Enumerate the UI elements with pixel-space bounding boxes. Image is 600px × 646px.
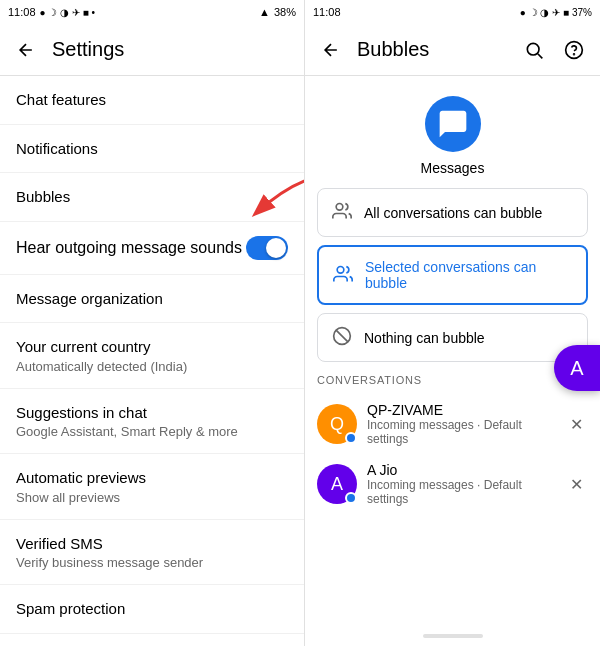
country-label: Your current country (16, 337, 288, 357)
country-subtitle: Automatically detected (India) (16, 359, 288, 374)
conv-info-ajio: A Jio Incoming messages · Default settin… (367, 462, 564, 506)
conversation-item-qp[interactable]: Q QP-ZIVAME Incoming messages · Default … (317, 394, 588, 454)
conv-avatar-ajio: A (317, 464, 357, 504)
conv-close-ajio[interactable]: ✕ (564, 472, 588, 496)
wifi-icon-left: ▲ (259, 6, 270, 18)
right-title: Bubbles (357, 38, 429, 61)
nothing-can-bubble-label: Nothing can bubble (364, 330, 485, 346)
hear-sounds-label: Hear outgoing message sounds (16, 239, 242, 257)
conv-avatar-letter-qp: Q (330, 414, 344, 435)
left-status-bar: 11:08 ● ☽ ◑ ✈ ■ • ▲ 38% (0, 0, 304, 24)
settings-item-bubbles[interactable]: Bubbles (0, 173, 304, 222)
auto-previews-subtitle: Show all previews (16, 490, 288, 505)
time-left: 11:08 (8, 6, 36, 18)
svg-line-8 (336, 330, 348, 342)
right-spacer (305, 514, 600, 634)
conversations-section: CONVERSATIONS Q QP-ZIVAME Incoming messa… (305, 362, 600, 514)
left-header: Settings (0, 24, 304, 76)
status-icons-left: ● ☽ ◑ ✈ ■ • (40, 7, 95, 18)
conv-name-ajio: A Jio (367, 462, 564, 478)
settings-item-country[interactable]: Your current country Automatically detec… (0, 323, 304, 389)
svg-point-6 (337, 266, 344, 273)
app-name-label: Messages (421, 160, 485, 176)
right-status-bar: 11:08 ● ☽ ◑ ✈ ■ 37% (305, 0, 600, 24)
all-conversations-icon (332, 201, 352, 224)
suggestions-subtitle: Google Assistant, Smart Reply & more (16, 424, 288, 439)
battery-left: 38% (274, 6, 296, 18)
conversation-item-ajio[interactable]: A A Jio Incoming messages · Default sett… (317, 454, 588, 514)
left-title: Settings (52, 38, 124, 61)
bubble-option-all[interactable]: All conversations can bubble (317, 188, 588, 237)
conv-desc-qp: Incoming messages · Default settings (367, 418, 564, 446)
svg-point-1 (527, 43, 539, 55)
verified-sms-subtitle: Verify business message sender (16, 555, 288, 570)
conv-close-qp[interactable]: ✕ (564, 412, 588, 436)
scroll-hint (423, 634, 483, 638)
right-battery: 37% (572, 7, 592, 18)
settings-item-advanced[interactable]: Advanced (0, 634, 304, 647)
svg-point-5 (336, 204, 343, 211)
bubble-option-selected[interactable]: Selected conversations can bubble (317, 245, 588, 305)
bubbles-label: Bubbles (16, 187, 288, 207)
left-panel: 11:08 ● ☽ ◑ ✈ ■ • ▲ 38% Settings Chat fe… (0, 0, 305, 646)
verified-sms-label: Verified SMS (16, 534, 288, 554)
settings-list: Chat features Notifications Bubbles Hear… (0, 76, 304, 646)
settings-item-notifications[interactable]: Notifications (0, 125, 304, 174)
settings-item-message-org[interactable]: Message organization (0, 275, 304, 324)
svg-line-2 (538, 53, 543, 58)
right-time: 11:08 (313, 6, 341, 18)
suggestions-label: Suggestions in chat (16, 403, 288, 423)
settings-item-spam[interactable]: Spam protection (0, 585, 304, 634)
bubble-option-nothing[interactable]: Nothing can bubble (317, 313, 588, 362)
conv-name-qp: QP-ZIVAME (367, 402, 564, 418)
settings-item-chat-features[interactable]: Chat features (0, 76, 304, 125)
right-header-icons (516, 32, 592, 68)
auto-previews-label: Automatic previews (16, 468, 288, 488)
notifications-label: Notifications (16, 139, 288, 159)
right-back-button[interactable] (313, 32, 349, 68)
conv-status-dot-qp (345, 432, 357, 444)
all-conversations-label: All conversations can bubble (364, 205, 542, 221)
conv-info-qp: QP-ZIVAME Incoming messages · Default se… (367, 402, 564, 446)
selected-conversations-icon (333, 264, 353, 287)
conversations-section-label: CONVERSATIONS (317, 374, 588, 386)
conv-avatar-letter-ajio: A (331, 474, 343, 495)
right-status-icons: ● ☽ ◑ ✈ ■ 37% (520, 7, 592, 18)
search-button[interactable] (516, 32, 552, 68)
settings-item-verified-sms[interactable]: Verified SMS Verify business message sen… (0, 520, 304, 586)
conv-avatar-qp: Q (317, 404, 357, 444)
app-icon-section: Messages (305, 76, 600, 188)
message-org-label: Message organization (16, 289, 288, 309)
floating-bubble-avatar[interactable]: A (554, 345, 600, 391)
conv-status-dot-ajio (345, 492, 357, 504)
right-header-left: Bubbles (313, 32, 429, 68)
spam-label: Spam protection (16, 599, 288, 619)
settings-item-suggestions[interactable]: Suggestions in chat Google Assistant, Sm… (0, 389, 304, 455)
settings-item-auto-previews[interactable]: Automatic previews Show all previews (0, 454, 304, 520)
settings-item-hear-sounds[interactable]: Hear outgoing message sounds (0, 222, 304, 275)
left-status-time: 11:08 ● ☽ ◑ ✈ ■ • (8, 6, 95, 18)
left-status-right: ▲ 38% (259, 6, 296, 18)
selected-conversations-label: Selected conversations can bubble (365, 259, 572, 291)
hear-sounds-toggle[interactable] (246, 236, 288, 260)
chat-features-label: Chat features (16, 90, 288, 110)
bubble-options: All conversations can bubble Selected co… (305, 188, 600, 362)
messages-app-icon (425, 96, 481, 152)
help-button[interactable] (556, 32, 592, 68)
left-back-button[interactable] (8, 32, 44, 68)
right-panel: 11:08 ● ☽ ◑ ✈ ■ 37% Bubbles (305, 0, 600, 646)
conv-desc-ajio: Incoming messages · Default settings (367, 478, 564, 506)
nothing-can-bubble-icon (332, 326, 352, 349)
svg-point-4 (574, 53, 575, 54)
right-header: Bubbles (305, 24, 600, 76)
